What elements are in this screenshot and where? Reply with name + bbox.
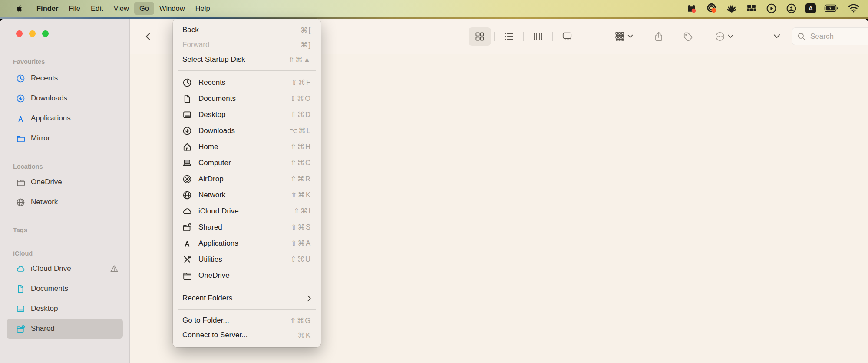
view-switcher — [469, 19, 578, 54]
search-input[interactable] — [809, 32, 855, 41]
menu-item-shared[interactable]: Shared ⇧⌘S — [173, 219, 321, 235]
menu-item-label: Home — [198, 143, 290, 151]
go-menu: Back ⌘[ Forward ⌘] Select Startup Disk ⇧… — [173, 19, 321, 347]
sidebar-item-documents[interactable]: Documents — [7, 279, 123, 299]
app-fan-icon[interactable] — [726, 3, 737, 14]
sidebar-item-icloud-drive[interactable]: iCloud Drive — [7, 259, 123, 279]
menu-item-shortcut: ⇧⌘O — [290, 94, 311, 103]
warning-icon — [110, 264, 119, 273]
menu-item-label: Utilities — [198, 255, 290, 264]
menu-item-documents[interactable]: Documents ⇧⌘O — [173, 90, 321, 107]
sidebar-item-recents[interactable]: Recents — [7, 68, 123, 88]
globe-icon — [16, 198, 25, 207]
clock-icon — [16, 74, 25, 83]
sidebar-section-icloud: iCloud — [13, 250, 129, 257]
view-list-button[interactable] — [498, 27, 520, 46]
sidebar-section-locations: Locations — [13, 163, 129, 170]
menu-item-go-to-folder[interactable]: Go to Folder... ⇧⌘G — [173, 313, 321, 328]
input-source-icon[interactable]: A — [805, 3, 816, 13]
menu-item-shortcut: ⇧⌘K — [291, 191, 311, 199]
menu-item-label: Computer — [198, 159, 290, 167]
menu-item-desktop[interactable]: Desktop ⇧⌘D — [173, 107, 321, 123]
view-grid-button[interactable] — [469, 27, 491, 46]
laptop-icon — [182, 158, 194, 168]
menu-item-applications[interactable]: Applications ⇧⌘A — [173, 235, 321, 251]
share-button[interactable] — [653, 19, 664, 54]
sidebar-item-label: iCloud Drive — [31, 264, 104, 273]
wifi-icon[interactable] — [847, 3, 860, 14]
gallery-view-icon — [562, 31, 572, 42]
menu-item-connect-to-server[interactable]: Connect to Server... ⌘K — [173, 328, 321, 343]
menu-item-recent-folders[interactable]: Recent Folders — [173, 291, 321, 306]
menu-item-home[interactable]: Home ⇧⌘H — [173, 139, 321, 155]
search-field[interactable] — [792, 27, 868, 45]
menubar-item-window[interactable]: Window — [154, 2, 190, 15]
cloud-icon — [16, 264, 25, 273]
view-gallery-button[interactable] — [556, 27, 578, 46]
sidebar-item-applications[interactable]: Applications — [7, 108, 123, 128]
menubar-item-finder[interactable]: Finder — [31, 2, 63, 15]
menu-item-computer[interactable]: Computer ⇧⌘C — [173, 155, 321, 171]
menubar-item-file[interactable]: File — [63, 2, 86, 15]
menu-item-onedrive[interactable]: OneDrive — [173, 267, 321, 283]
more-actions-button[interactable] — [715, 19, 733, 54]
play-circle-icon[interactable] — [766, 3, 777, 14]
menubar-item-go[interactable]: Go — [134, 2, 154, 15]
battery-icon[interactable] — [824, 3, 839, 14]
sidebar-item-onedrive[interactable]: OneDrive — [7, 172, 123, 192]
menu-item-airdrop[interactable]: AirDrop ⇧⌘R — [173, 171, 321, 187]
menu-item-network[interactable]: Network ⇧⌘K — [173, 187, 321, 203]
zoom-button[interactable] — [42, 30, 49, 37]
finder-window: Favourites Recents Downloads Application… — [0, 19, 868, 363]
sidebar-item-desktop[interactable]: Desktop — [7, 299, 123, 319]
sidebar-item-network[interactable]: Network — [7, 192, 123, 212]
menu-item-shortcut: ⌘[ — [300, 26, 311, 34]
sidebar: Favourites Recents Downloads Application… — [0, 19, 130, 363]
toolbar-overflow-chevron[interactable] — [773, 19, 780, 54]
chevron-down-icon — [728, 34, 733, 38]
view-columns-button[interactable] — [527, 27, 549, 46]
menu-item-forward[interactable]: Forward ⌘] — [173, 37, 321, 52]
sidebar-item-label: Mirror — [31, 134, 123, 143]
menu-item-utilities[interactable]: Utilities ⇧⌘U — [173, 251, 321, 267]
menu-item-shortcut: ⇧⌘H — [290, 143, 311, 151]
menu-item-downloads[interactable]: Downloads ⌥⌘L — [173, 123, 321, 139]
menu-item-label: Documents — [198, 94, 290, 103]
group-by-button[interactable] — [614, 19, 633, 54]
utilities-icon — [182, 255, 194, 264]
menu-item-shortcut: ⌘K — [297, 331, 311, 340]
tag-icon — [683, 31, 693, 42]
menu-bar: Finder File Edit View Go Window Help — [0, 0, 868, 17]
menubar-item-view[interactable]: View — [108, 2, 134, 15]
app-bricks-icon[interactable] — [746, 3, 757, 14]
search-icon — [797, 32, 806, 41]
menu-item-label: Connect to Server... — [182, 331, 297, 340]
menu-item-recents[interactable]: Recents ⇧⌘F — [173, 74, 321, 90]
close-button[interactable] — [16, 30, 23, 37]
folder-icon — [182, 271, 194, 280]
menu-item-label: Go to Folder... — [182, 316, 290, 325]
menu-item-label: AirDrop — [198, 175, 290, 183]
sidebar-item-downloads[interactable]: Downloads — [7, 88, 123, 108]
tag-button[interactable] — [683, 19, 693, 54]
sidebar-item-mirror[interactable]: Mirror — [7, 128, 123, 148]
menu-item-back[interactable]: Back ⌘[ — [173, 23, 321, 37]
menubar-item-help[interactable]: Help — [190, 2, 215, 15]
menubar-item-edit[interactable]: Edit — [86, 2, 108, 15]
app-cat-badge-icon[interactable] — [686, 3, 697, 14]
user-circle-icon[interactable] — [785, 3, 797, 14]
folder-icon — [16, 178, 25, 187]
airdrop-icon — [182, 174, 194, 184]
document-icon — [182, 94, 194, 103]
back-button[interactable] — [143, 19, 154, 54]
desktop-icon — [16, 304, 25, 313]
menu-item-shortcut: ⇧⌘S — [291, 223, 311, 231]
menu-item-icloud-drive[interactable]: iCloud Drive ⇧⌘I — [173, 203, 321, 219]
apple-menu[interactable] — [11, 4, 28, 12]
group-by-icon — [614, 31, 625, 42]
app-swirl-badge-icon[interactable] — [706, 3, 717, 14]
sidebar-item-shared[interactable]: Shared — [7, 319, 123, 339]
menu-item-select-startup-disk[interactable]: Select Startup Disk ⇧⌘▲ — [173, 52, 321, 67]
screen: Finder File Edit View Go Window Help — [0, 0, 868, 363]
minimize-button[interactable] — [29, 30, 36, 37]
